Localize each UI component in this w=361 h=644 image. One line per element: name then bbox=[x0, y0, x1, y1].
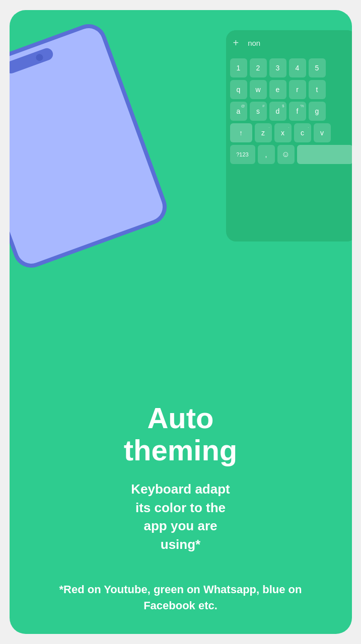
key-4[interactable]: 4 bbox=[289, 58, 306, 77]
keyboard-mockup: + non 1 2 3 4 5 q w e r t a@ s# bbox=[226, 30, 352, 242]
keyboard-body: 1 2 3 4 5 q w e r t a@ s# d$ f% g bbox=[226, 55, 352, 167]
main-card: + non 1 2 3 4 5 q w e r t a@ s# bbox=[10, 10, 352, 634]
key-e[interactable]: e bbox=[269, 80, 286, 99]
key-space[interactable] bbox=[297, 145, 352, 164]
key-comma[interactable]: , bbox=[258, 145, 275, 164]
keyboard-top-bar: + non bbox=[226, 30, 352, 55]
key-a[interactable]: a@ bbox=[230, 102, 247, 121]
key-t[interactable]: t bbox=[309, 80, 326, 99]
keyboard-row-bottom: ?123 , ☺ bbox=[230, 145, 352, 164]
key-f[interactable]: f% bbox=[289, 102, 306, 121]
key-s[interactable]: s# bbox=[250, 102, 267, 121]
key-emoji[interactable]: ☺ bbox=[277, 145, 295, 164]
feature-title: Autotheming bbox=[40, 402, 322, 466]
keyboard-row-numbers: 1 2 3 4 5 bbox=[230, 58, 352, 77]
keyboard-suggestion-word: non bbox=[248, 39, 260, 47]
key-5[interactable]: 5 bbox=[309, 58, 326, 77]
key-1[interactable]: 1 bbox=[230, 58, 247, 77]
key-r[interactable]: r bbox=[289, 80, 306, 99]
key-g[interactable]: g bbox=[309, 102, 326, 121]
keyboard-row-zxcv: ↑ z· x· c· v bbox=[230, 123, 352, 142]
feature-subtitle: Keyboard adaptits color to theapp you ar… bbox=[40, 480, 322, 553]
key-shift[interactable]: ↑ bbox=[230, 123, 252, 142]
key-v[interactable]: v bbox=[314, 123, 331, 142]
bottom-note-text: *Red on Youtube, green on Whatsapp, blue… bbox=[35, 582, 327, 614]
key-123[interactable]: ?123 bbox=[230, 145, 255, 164]
keyboard-row-qwert: q w e r t bbox=[230, 80, 352, 99]
keyboard-plus-icon: + bbox=[233, 37, 239, 49]
keyboard-row-asdfg: a@ s# d$ f% g bbox=[230, 102, 352, 121]
key-x[interactable]: x· bbox=[274, 123, 292, 142]
phone-mockup bbox=[10, 19, 172, 273]
key-w[interactable]: w bbox=[250, 80, 267, 99]
key-d[interactable]: d$ bbox=[269, 102, 286, 121]
main-content: Autotheming Keyboard adaptits color to t… bbox=[10, 402, 352, 553]
phone-notch bbox=[10, 46, 55, 75]
bottom-note: *Red on Youtube, green on Whatsapp, blue… bbox=[10, 582, 352, 614]
key-2[interactable]: 2 bbox=[250, 58, 267, 77]
phone-screen bbox=[10, 24, 167, 268]
key-c[interactable]: c· bbox=[294, 123, 311, 142]
key-3[interactable]: 3 bbox=[269, 58, 286, 77]
key-z[interactable]: z· bbox=[255, 123, 272, 142]
key-q[interactable]: q bbox=[230, 80, 247, 99]
